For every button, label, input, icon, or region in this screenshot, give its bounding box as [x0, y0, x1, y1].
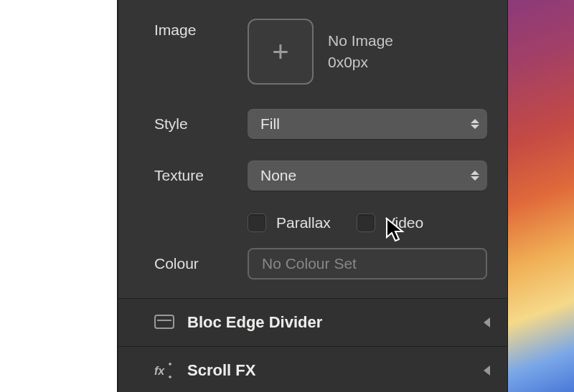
image-meta: No Image 0x0px	[328, 32, 393, 71]
chevron-left-icon	[484, 317, 490, 328]
texture-row: Texture None	[118, 148, 507, 199]
chevron-updown-icon	[470, 168, 480, 183]
divider-icon	[154, 315, 174, 330]
parallax-checkbox[interactable]: Parallax	[248, 214, 331, 232]
checkbox-row: Parallax Video	[118, 199, 507, 241]
plus-icon: +	[272, 36, 288, 68]
colour-well[interactable]: No Colour Set	[248, 248, 487, 279]
left-gutter	[0, 0, 117, 392]
parallax-label: Parallax	[276, 214, 331, 231]
style-select[interactable]: Fill	[248, 109, 487, 139]
desktop-wallpaper	[508, 0, 574, 392]
video-label: Video	[385, 214, 423, 231]
style-value: Fill	[260, 115, 280, 133]
image-label: Image	[154, 19, 248, 39]
style-row: Style Fill	[118, 93, 507, 148]
colour-row: Colour No Colour Set	[118, 241, 507, 298]
image-status: No Image	[328, 32, 393, 49]
style-label: Style	[154, 115, 248, 133]
chevron-updown-icon	[470, 116, 480, 132]
section-scroll-fx[interactable]: fx Scroll FX	[118, 347, 507, 392]
image-row: Image + No Image 0x0px	[118, 10, 507, 93]
checkbox-box	[248, 214, 266, 232]
svg-text:fx: fx	[154, 365, 165, 377]
section-bloc-edge-divider[interactable]: Bloc Edge Divider	[118, 299, 507, 346]
section-title: Bloc Edge Divider	[187, 313, 471, 332]
texture-select[interactable]: None	[248, 161, 487, 191]
add-image-button[interactable]: +	[248, 19, 314, 85]
video-checkbox[interactable]: Video	[357, 214, 423, 232]
checkbox-box	[357, 214, 375, 232]
texture-value: None	[260, 167, 296, 184]
texture-label: Texture	[154, 167, 248, 184]
fx-icon: fx	[154, 362, 174, 379]
colour-label: Colour	[154, 255, 248, 272]
image-dimensions: 0x0px	[328, 54, 393, 71]
chevron-left-icon	[484, 365, 490, 376]
section-title: Scroll FX	[187, 361, 471, 380]
inspector-panel: Image + No Image 0x0px Style Fill	[117, 0, 508, 392]
colour-placeholder: No Colour Set	[262, 255, 357, 272]
